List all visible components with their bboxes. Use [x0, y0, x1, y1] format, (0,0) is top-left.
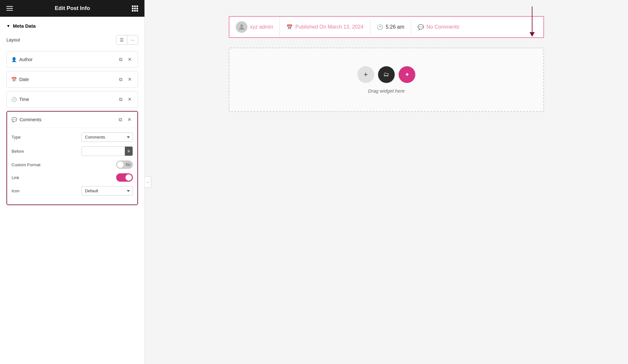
custom-format-toggle[interactable]: No: [116, 160, 133, 169]
drag-label: Drag widget here: [368, 88, 405, 94]
icon-label: Icon: [12, 188, 20, 193]
time-actions: ⧉ ✕: [118, 96, 133, 103]
link-field-row: Link Yes: [12, 173, 133, 182]
plus-icon: +: [364, 70, 368, 79]
comment-icon: 💬: [418, 24, 424, 30]
folder-widget-button[interactable]: 🗂: [378, 66, 395, 83]
type-select[interactable]: Comments Trackbacks Pingbacks All: [81, 132, 133, 142]
time-remove-button[interactable]: ✕: [126, 96, 133, 103]
icon-select[interactable]: Default None Custom: [81, 186, 133, 196]
comments-label: 💬 Comments: [12, 117, 42, 122]
author-actions: ⧉ ✕: [118, 56, 133, 63]
panel-content: ▼ Meta Data Layout ☰ ··· 👤 Author ⧉ ✕: [0, 17, 144, 364]
type-label: Type: [12, 135, 21, 140]
author-icon: 👤: [11, 57, 17, 62]
before-field-row: Before ≡: [12, 146, 133, 156]
time-meta-item: 🕐 Time ⧉ ✕: [6, 91, 138, 108]
before-input-wrap: ≡: [81, 146, 133, 156]
hamburger-icon[interactable]: [6, 6, 13, 11]
comments-body: Type Comments Trackbacks Pingbacks All B…: [7, 128, 137, 205]
link-value: Yes: [116, 173, 133, 182]
sparkle-widget-button[interactable]: ✦: [399, 66, 415, 83]
author-avatar: [236, 21, 247, 33]
date-meta-item: 📅 Date ⧉ ✕: [6, 71, 138, 88]
preview-area: xyz admin 📅 Published On March 13, 2024 …: [145, 0, 628, 364]
link-label: Link: [12, 175, 19, 180]
custom-format-field-row: Custom Format No: [12, 160, 133, 169]
author-remove-button[interactable]: ✕: [126, 56, 133, 63]
type-value: Comments Trackbacks Pingbacks All: [81, 132, 133, 142]
top-bar: Edit Post Info: [0, 0, 144, 17]
time-meta-header: 🕐 Time ⧉ ✕: [7, 91, 138, 107]
arrow-down-indicator: [530, 6, 535, 37]
comments-meta-item: 💬 Comments ⧉ ✕ Type Comments Trackbacks: [6, 111, 138, 205]
time-meta-bar-item: 🕐 5:26 am: [370, 20, 411, 35]
comments-meta-bar-item: 💬 No Comments: [411, 20, 466, 35]
icon-field-row: Icon Default None Custom: [12, 186, 133, 196]
section-title: Meta Data: [13, 23, 36, 29]
time-value: 5:26 am: [386, 24, 404, 30]
before-input[interactable]: [82, 147, 125, 156]
calendar-icon: 📅: [286, 24, 293, 30]
widget-drop-area[interactable]: + 🗂 ✦ Drag widget here: [229, 48, 544, 112]
sparkle-icon: ✦: [405, 71, 410, 78]
date-label: 📅 Date: [11, 77, 29, 82]
collapse-panel-button[interactable]: ‹: [145, 176, 151, 188]
grid-icon[interactable]: [132, 5, 138, 12]
date-icon: 📅: [11, 77, 17, 82]
author-name: xyz admin: [250, 24, 273, 30]
custom-format-value: No: [116, 160, 133, 169]
folder-icon: 🗂: [383, 71, 389, 78]
layout-row: Layout ☰ ···: [6, 35, 138, 45]
post-meta-bar: xyz admin 📅 Published On March 13, 2024 …: [229, 16, 544, 38]
left-panel: Edit Post Info ▼ Meta Data Layout ☰ ··· …: [0, 0, 145, 364]
link-toggle[interactable]: Yes: [116, 173, 133, 182]
time-duplicate-button[interactable]: ⧉: [118, 96, 124, 103]
svg-point-0: [240, 24, 243, 27]
author-meta-bar-item: xyz admin: [229, 17, 280, 37]
comments-icon: 💬: [12, 117, 17, 122]
layout-more-button[interactable]: ···: [127, 35, 138, 44]
author-label: 👤 Author: [11, 57, 32, 62]
comments-meta-header: 💬 Comments ⧉ ✕: [7, 112, 137, 128]
custom-format-label: Custom Format: [12, 162, 41, 167]
before-value: ≡: [81, 146, 133, 156]
date-meta-header: 📅 Date ⧉ ✕: [7, 71, 138, 87]
author-duplicate-button[interactable]: ⧉: [118, 56, 124, 63]
arrow-line: [532, 6, 532, 32]
page-title: Edit Post Info: [55, 5, 90, 12]
chevron-down-icon: ▼: [6, 24, 10, 28]
custom-format-slider: [116, 160, 133, 169]
date-duplicate-button[interactable]: ⧉: [118, 76, 124, 83]
comments-duplicate-button[interactable]: ⧉: [117, 116, 124, 123]
comments-actions: ⧉ ✕: [117, 116, 133, 123]
section-header: ▼ Meta Data: [6, 23, 138, 29]
widget-drop-controls: + 🗂 ✦: [357, 66, 415, 83]
author-meta-header: 👤 Author ⧉ ✕: [7, 51, 138, 68]
author-meta-item: 👤 Author ⧉ ✕: [6, 51, 138, 68]
date-meta-bar-item: 📅 Published On March 13, 2024: [280, 20, 370, 35]
date-actions: ⧉ ✕: [118, 76, 133, 83]
comments-remove-button[interactable]: ✕: [126, 116, 133, 123]
type-field-row: Type Comments Trackbacks Pingbacks All: [12, 132, 133, 142]
layout-controls: ☰ ···: [116, 35, 138, 45]
layout-label: Layout: [6, 37, 20, 42]
layout-list-button[interactable]: ☰: [116, 35, 127, 44]
before-label: Before: [12, 149, 24, 154]
right-panel: ‹ xyz admin 📅 Published On March 13, 202…: [145, 0, 628, 364]
link-slider: [116, 173, 133, 182]
clock-icon: 🕐: [377, 24, 383, 30]
arrow-head: [530, 32, 535, 37]
icon-value: Default None Custom: [81, 186, 133, 196]
published-date: Published On March 13, 2024: [295, 24, 364, 30]
time-label: 🕐 Time: [11, 97, 29, 102]
before-stack-button[interactable]: ≡: [125, 147, 133, 156]
add-widget-button[interactable]: +: [357, 66, 374, 83]
date-remove-button[interactable]: ✕: [126, 76, 133, 83]
comments-count: No Comments: [427, 24, 459, 30]
time-icon: 🕐: [11, 97, 17, 102]
